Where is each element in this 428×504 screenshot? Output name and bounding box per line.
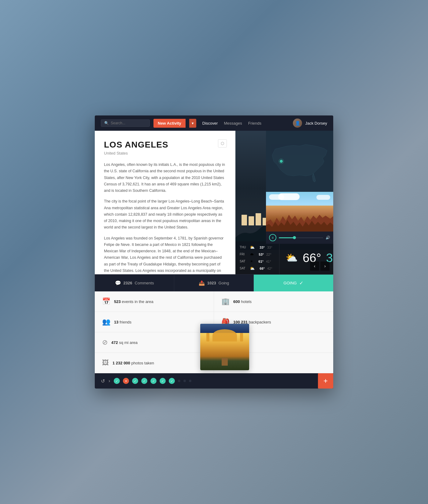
nav-arrows: ‹ › bbox=[310, 261, 330, 271]
landscape-photo bbox=[266, 192, 333, 232]
new-activity-dropdown[interactable]: ▾ bbox=[189, 119, 196, 128]
search-box[interactable]: 🔍 bbox=[101, 119, 150, 127]
hotels-icon: 🏢 bbox=[221, 298, 230, 305]
comments-icon: 💬 bbox=[115, 280, 121, 286]
dot-5[interactable]: ✓ bbox=[150, 378, 157, 384]
weather-forecast: THU ⛅ 33° 33° FRI 🌧 53° 22° bbox=[235, 241, 279, 274]
hotels-text: 600 hotels bbox=[233, 299, 252, 304]
play-pause-button[interactable]: ⏸ bbox=[269, 234, 276, 241]
chevron-down-icon: ▾ bbox=[192, 121, 194, 126]
going-count: 1023 bbox=[207, 281, 216, 285]
friends-text: 13 friends bbox=[114, 320, 131, 324]
weather-row-thu: THU ⛅ 33° 33° bbox=[240, 244, 275, 251]
user-area[interactable]: 👤 Jack Dorsey bbox=[293, 119, 327, 128]
weather-row-sat2: SAT ⛅ 66° 42° bbox=[240, 265, 275, 272]
dot-3[interactable]: ✓ bbox=[132, 378, 138, 384]
photo-panel: ⏸ 🔊 bbox=[266, 192, 333, 244]
stats-section: 💬 2326 Comments 📤 1023 Going GOING ✓ bbox=[95, 274, 333, 291]
dot-10[interactable] bbox=[189, 380, 191, 382]
hotels-cell[interactable]: 🏢 600 hotels bbox=[214, 291, 333, 312]
hotel-image bbox=[200, 332, 249, 357]
weather-row-fri: FRI 🌧 53° 22° bbox=[240, 251, 275, 258]
share-icon: ⬡ bbox=[221, 141, 224, 146]
username: Jack Dorsey bbox=[305, 121, 327, 126]
comments-label: Comments bbox=[135, 281, 154, 285]
audio-progress-handle[interactable] bbox=[293, 236, 296, 239]
audio-progress-fill bbox=[279, 237, 294, 238]
events-text: 523 events in the area bbox=[114, 299, 153, 304]
next-image-button[interactable]: › bbox=[320, 261, 330, 271]
dot-1[interactable]: ✓ bbox=[114, 378, 120, 384]
add-button[interactable]: + bbox=[318, 373, 333, 389]
events-icon: 📅 bbox=[102, 298, 110, 305]
search-input[interactable] bbox=[111, 121, 146, 125]
going-icon: 📤 bbox=[199, 280, 205, 286]
hotel-popup: 🗑 GOING ✓ Check in at Hotel L.A. bbox=[200, 324, 249, 370]
map-area bbox=[266, 131, 333, 192]
friends-cell[interactable]: 👥 13 friends bbox=[95, 312, 214, 332]
dot-4[interactable]: ✓ bbox=[141, 378, 147, 384]
area-text: 472 sq mi area bbox=[111, 340, 138, 345]
refresh-icon[interactable]: ↺ bbox=[101, 378, 105, 384]
prev-image-button[interactable]: ‹ bbox=[310, 261, 319, 271]
city-title: LOS ANGELES bbox=[104, 140, 226, 150]
audio-bar: ⏸ 🔊 bbox=[266, 232, 333, 244]
area-cell[interactable]: ⊘ 472 sq mi area bbox=[95, 332, 214, 353]
share-button[interactable]: ⬡ bbox=[218, 139, 227, 148]
photos-text: 1 232 000 photos taken bbox=[113, 361, 154, 365]
going-button-label: GOING bbox=[283, 281, 297, 285]
svg-point-1 bbox=[280, 160, 283, 163]
comments-tab[interactable]: 💬 2326 Comments bbox=[95, 275, 174, 291]
new-activity-button[interactable]: New Activity bbox=[153, 119, 186, 128]
friends-icon: 👥 bbox=[102, 318, 110, 326]
nav-discover[interactable]: Discover bbox=[202, 121, 218, 126]
nav-messages[interactable]: Messages bbox=[224, 121, 242, 126]
comments-count: 2326 bbox=[124, 281, 132, 285]
nav-links: Discover Messages Friends bbox=[202, 121, 261, 126]
going-label: Going bbox=[219, 281, 229, 285]
search-icon: 🔍 bbox=[104, 121, 109, 125]
city-description-1: Los Angeles, often known by its initials… bbox=[104, 162, 226, 194]
area-icon: ⊘ bbox=[102, 338, 108, 346]
dot-7[interactable]: ✓ bbox=[169, 378, 175, 384]
app-container: 🔍 New Activity ▾ Discover Messages Frien… bbox=[95, 115, 333, 389]
city-info: LOS ANGELES United States ⬡ Los Angeles,… bbox=[95, 131, 235, 274]
current-weather-icon: ⛅ bbox=[286, 252, 298, 264]
volume-icon[interactable]: 🔊 bbox=[326, 236, 330, 240]
going-tab[interactable]: 📤 1023 Going bbox=[174, 275, 254, 291]
navbar: 🔍 New Activity ▾ Discover Messages Frien… bbox=[95, 115, 333, 131]
dot-6[interactable]: ✓ bbox=[160, 378, 166, 384]
dot-2[interactable]: ✕ bbox=[123, 378, 129, 384]
dot-9[interactable] bbox=[183, 380, 186, 382]
right-panel: ⏸ 🔊 bbox=[266, 131, 333, 244]
events-cell[interactable]: 📅 523 events in the area bbox=[95, 291, 214, 312]
going-check-icon: ✓ bbox=[299, 280, 303, 286]
city-description-3: Los Angeles was founded on September 4, … bbox=[104, 235, 226, 275]
nav-friends[interactable]: Friends bbox=[248, 121, 261, 126]
dot-8[interactable] bbox=[178, 380, 180, 382]
progress-dots: ✓ ✕ ✓ ✓ ✓ ✓ ✓ bbox=[114, 378, 314, 384]
avatar: 👤 bbox=[293, 119, 302, 128]
photos-cell[interactable]: 🖼 1 232 000 photos taken bbox=[95, 353, 214, 373]
weather-row-sat1: SAT ☀ 61° 41° bbox=[240, 258, 275, 265]
going-button-tab[interactable]: GOING ✓ bbox=[254, 275, 333, 291]
city-subtitle: United States bbox=[104, 151, 226, 155]
audio-progress-bar[interactable] bbox=[279, 237, 323, 238]
bottom-bar: ↺ › ✓ ✕ ✓ ✓ ✓ ✓ ✓ + bbox=[95, 373, 333, 389]
photos-icon: 🖼 bbox=[102, 359, 109, 367]
next-icon[interactable]: › bbox=[109, 378, 110, 384]
city-description-2: The city is the focal point of the large… bbox=[104, 198, 226, 231]
